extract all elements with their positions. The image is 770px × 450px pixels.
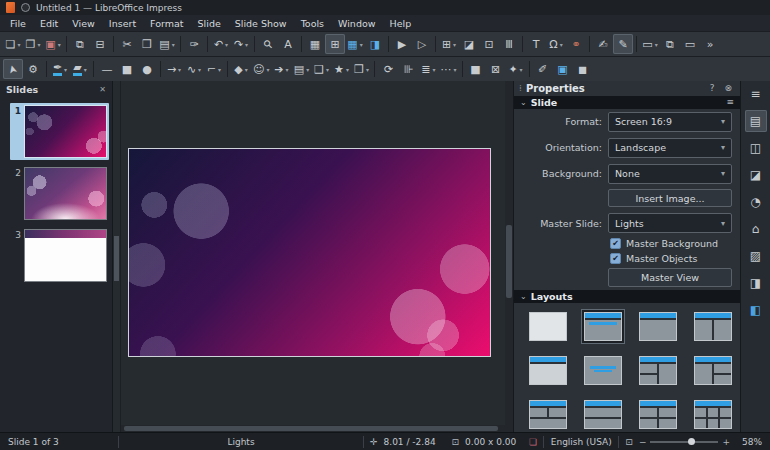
zoom-button[interactable]: ⚙ — [23, 59, 43, 79]
display-views-button[interactable]: ▦ — [345, 34, 365, 54]
crop-image-button[interactable]: ⊠ — [486, 59, 506, 79]
menu-help[interactable]: Help — [383, 15, 419, 31]
menu-format[interactable]: Format — [143, 15, 190, 31]
tab-properties[interactable]: ▤ — [745, 110, 767, 132]
background-dropdown[interactable]: None ▾ — [608, 164, 732, 184]
layout-6-content[interactable] — [691, 397, 735, 432]
master-background-checkbox[interactable]: ✔ — [610, 238, 621, 249]
insert-media-button[interactable]: ⊡ — [479, 34, 499, 54]
zoom-slider[interactable]: − + — [639, 437, 730, 447]
callout-shapes-button[interactable]: ❑ — [311, 59, 331, 79]
curves-polygons-button[interactable]: ∿ — [184, 59, 204, 79]
menu-window[interactable]: Window — [331, 15, 382, 31]
master-slide-status[interactable]: Lights — [125, 437, 357, 447]
menu-slide-show[interactable]: Slide Show — [228, 15, 294, 31]
master-view-button[interactable]: Master View — [608, 268, 732, 287]
select-tool[interactable]: ➤ — [3, 59, 23, 79]
clone-formatting-button[interactable]: ✑ — [184, 34, 204, 54]
layout-title-slide[interactable] — [581, 309, 625, 344]
zoom-in-icon[interactable]: + — [722, 437, 730, 447]
layout-2content-over-content[interactable] — [526, 397, 570, 432]
layout-4-content[interactable] — [636, 397, 680, 432]
start-from-first-slide-button[interactable]: ▶ — [392, 34, 412, 54]
snap-to-grid-button[interactable]: ⊞ — [325, 34, 345, 54]
sidebar-settings-button[interactable]: ≡ — [745, 83, 767, 105]
menu-insert[interactable]: Insert — [102, 15, 143, 31]
edit-points-button[interactable]: ✐ — [533, 59, 553, 79]
document-modified-icon[interactable]: ❏ — [529, 437, 537, 447]
slide-thumbnail-1[interactable]: 1 — [10, 103, 109, 160]
layouts-section-header[interactable]: ⌄ Layouts — [514, 290, 740, 303]
close-deck-icon[interactable]: ⊗ — [721, 83, 735, 93]
menu-edit[interactable]: Edit — [33, 15, 65, 31]
vertical-scrollbar-thumb[interactable] — [506, 225, 512, 298]
insert-table-button[interactable]: ⊞ — [439, 34, 459, 54]
zoom-out-icon[interactable]: − — [639, 437, 647, 447]
start-from-current-slide-button[interactable]: ▷ — [412, 34, 432, 54]
new-slide-button[interactable]: ▭ — [640, 34, 660, 54]
spelling-button[interactable]: A — [278, 34, 298, 54]
layout-blank[interactable] — [526, 309, 570, 344]
lines-and-arrows-button[interactable]: → — [164, 59, 184, 79]
star-shapes-button[interactable]: ★ — [331, 59, 351, 79]
shadow-button[interactable]: ■ — [466, 59, 486, 79]
redo-button[interactable]: ↷ — [231, 34, 251, 54]
slide-section-header[interactable]: ⌄ Slide ≡ — [514, 96, 740, 109]
print-button[interactable]: ⊟ — [90, 34, 110, 54]
rename-slide-button[interactable]: ▭ — [680, 34, 700, 54]
3d-objects-button[interactable]: ❒ — [351, 59, 371, 79]
block-arrows-button[interactable]: ➔ — [271, 59, 291, 79]
align-objects-button[interactable]: ⊪ — [398, 59, 418, 79]
master-slide-dropdown[interactable]: Lights ▾ — [608, 213, 732, 233]
slide-canvas[interactable] — [128, 148, 491, 357]
zoom-slider-track[interactable] — [650, 441, 718, 443]
new-document-button[interactable]: ❏ — [3, 34, 23, 54]
basic-shapes-button[interactable]: ◆ — [231, 59, 251, 79]
symbol-shapes-button[interactable]: ☺ — [251, 59, 271, 79]
format-dropdown[interactable]: Screen 16:9 ▾ — [608, 112, 732, 132]
language-status[interactable]: English (USA) — [550, 437, 612, 447]
window-menu-icon[interactable] — [21, 3, 30, 12]
slide-thumbnail-2[interactable]: 2 — [10, 165, 109, 222]
layout-title-and-2-content[interactable] — [691, 309, 735, 344]
save-button[interactable]: ▣ — [43, 34, 63, 54]
undo-button[interactable]: ↶ — [211, 34, 231, 54]
close-icon[interactable]: ✕ — [99, 85, 106, 94]
cut-button[interactable]: ✂ — [117, 34, 137, 54]
ellipse-button[interactable]: ● — [137, 59, 157, 79]
layout-centered-text[interactable] — [581, 353, 625, 388]
help-icon[interactable]: ? — [707, 83, 718, 93]
master-objects-checkbox[interactable]: ✔ — [610, 253, 621, 264]
duplicate-slide-button[interactable]: ⧉ — [660, 34, 680, 54]
tab-slide-transition[interactable]: ◫ — [745, 137, 767, 159]
distribute-button[interactable]: ⋯ — [438, 59, 458, 79]
layout-title-content[interactable] — [636, 309, 680, 344]
insert-text-box-button[interactable]: T — [526, 34, 546, 54]
insert-image-toolbar-button[interactable]: ◪ — [459, 34, 479, 54]
show-draw-functions-button[interactable]: ✎ — [613, 34, 633, 54]
toolbar-overflow-button[interactable]: » — [700, 34, 720, 54]
vertical-scrollbar[interactable] — [505, 81, 513, 432]
insert-line-button[interactable]: — — [97, 59, 117, 79]
panel-splitter[interactable] — [113, 81, 120, 432]
find-replace-button[interactable]: ⚲ — [258, 34, 278, 54]
tab-master-elements[interactable]: ◨ — [745, 272, 767, 294]
menu-slide[interactable]: Slide — [191, 15, 228, 31]
insert-hyperlink-button[interactable]: ⚭ — [566, 34, 586, 54]
horizontal-scrollbar-thumb[interactable] — [124, 426, 498, 431]
tab-gallery[interactable]: ▨ — [745, 245, 767, 267]
section-menu-icon[interactable]: ≡ — [726, 97, 734, 107]
layout-content-and-2content[interactable] — [691, 353, 735, 388]
rectangle-button[interactable]: ■ — [117, 59, 137, 79]
copy-button[interactable]: ❒ — [137, 34, 157, 54]
paste-button[interactable]: ▤ — [157, 34, 177, 54]
orientation-dropdown[interactable]: Landscape ▾ — [608, 138, 732, 158]
zoom-slider-thumb[interactable] — [688, 438, 695, 445]
layout-2content-and-content[interactable] — [636, 353, 680, 388]
display-grid-button[interactable]: ▦ — [305, 34, 325, 54]
layout-content-over-content[interactable] — [581, 397, 625, 432]
zoom-level-status[interactable]: 58% — [736, 437, 762, 447]
tab-animation[interactable]: ◪ — [745, 164, 767, 186]
tab-shapes[interactable]: ⌂ — [745, 218, 767, 240]
menu-file[interactable]: File — [3, 15, 33, 31]
